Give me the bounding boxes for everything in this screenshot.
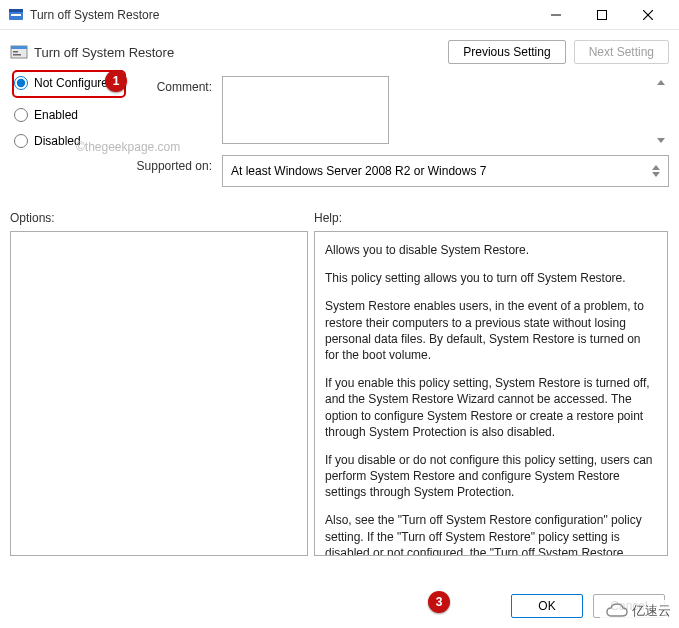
help-paragraph: If you disable or do not configure this … bbox=[325, 452, 657, 501]
svg-rect-1 bbox=[9, 9, 23, 12]
radio-enabled[interactable]: Enabled bbox=[14, 108, 130, 122]
window-title: Turn off System Restore bbox=[30, 8, 533, 22]
window-controls bbox=[533, 0, 671, 30]
scroll-down-icon bbox=[652, 172, 660, 177]
titlebar: Turn off System Restore bbox=[0, 0, 679, 30]
next-setting-button[interactable]: Next Setting bbox=[574, 40, 669, 64]
help-paragraph: Also, see the "Turn off System Restore c… bbox=[325, 512, 657, 556]
policy-title: Turn off System Restore bbox=[34, 45, 448, 60]
radio-enabled-input[interactable] bbox=[14, 108, 28, 122]
svg-rect-4 bbox=[598, 10, 607, 19]
options-panel bbox=[10, 231, 308, 556]
comment-label: Comment: bbox=[130, 76, 212, 94]
comment-textarea[interactable] bbox=[222, 76, 389, 144]
supported-on-box: At least Windows Server 2008 R2 or Windo… bbox=[222, 155, 669, 187]
options-label: Options: bbox=[10, 211, 314, 225]
svg-rect-9 bbox=[13, 51, 18, 53]
ok-button[interactable]: OK bbox=[511, 594, 583, 618]
close-button[interactable] bbox=[625, 0, 671, 30]
header: Turn off System Restore Previous Setting… bbox=[10, 40, 669, 64]
maximize-button[interactable] bbox=[579, 0, 625, 30]
help-paragraph: This policy setting allows you to turn o… bbox=[325, 270, 657, 286]
help-paragraph: If you enable this policy setting, Syste… bbox=[325, 375, 657, 440]
svg-rect-8 bbox=[11, 46, 27, 49]
scroll-up-icon bbox=[652, 165, 660, 170]
radio-disabled[interactable]: Disabled bbox=[14, 134, 130, 148]
policy-icon bbox=[10, 43, 28, 61]
annotation-callout-1: 1 bbox=[105, 70, 127, 92]
cloud-icon bbox=[606, 603, 628, 619]
supported-on-label: Supported on: bbox=[130, 155, 212, 173]
previous-setting-button[interactable]: Previous Setting bbox=[448, 40, 565, 64]
site-watermark: 亿速云 bbox=[600, 600, 677, 622]
help-label: Help: bbox=[314, 211, 342, 225]
scroll-down-icon bbox=[657, 138, 665, 143]
svg-rect-10 bbox=[13, 54, 21, 56]
help-panel[interactable]: Allows you to disable System Restore. Th… bbox=[314, 231, 668, 556]
svg-rect-2 bbox=[11, 14, 21, 16]
help-paragraph: System Restore enables users, in the eve… bbox=[325, 298, 657, 363]
supported-on-text: At least Windows Server 2008 R2 or Windo… bbox=[231, 164, 486, 178]
radio-disabled-input[interactable] bbox=[14, 134, 28, 148]
annotation-callout-3: 3 bbox=[428, 591, 450, 613]
window-icon bbox=[8, 7, 24, 23]
radio-disabled-label: Disabled bbox=[34, 134, 81, 148]
scroll-up-icon bbox=[657, 80, 665, 85]
site-watermark-text: 亿速云 bbox=[632, 602, 671, 620]
help-paragraph: Allows you to disable System Restore. bbox=[325, 242, 657, 258]
radio-enabled-label: Enabled bbox=[34, 108, 78, 122]
minimize-button[interactable] bbox=[533, 0, 579, 30]
